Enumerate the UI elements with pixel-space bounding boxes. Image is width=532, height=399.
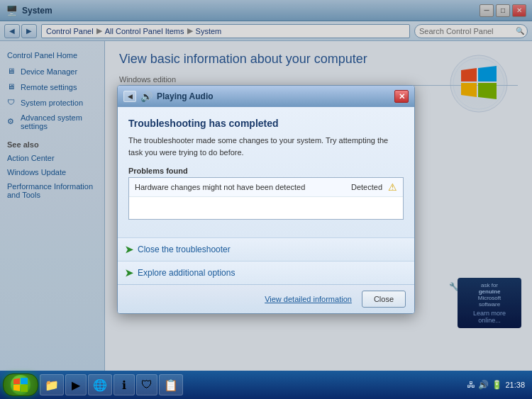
start-windows-icon — [13, 378, 28, 392]
view-detail-link[interactable]: View detailed information — [257, 291, 359, 308]
explore-arrow-icon: ➤ — [125, 267, 133, 279]
dialog-footer: View detailed information Close — [118, 284, 414, 313]
problems-found-label: Problems found — [128, 167, 404, 175]
dialog-heading: Troubleshooting has completed — [128, 118, 404, 129]
explore-options-link[interactable]: ➤ Explore additional options — [118, 261, 414, 284]
dialog-title-bar: ◀ 🔊 Playing Audio ✕ — [118, 86, 414, 107]
problem-text: Hardware changes might not have been det… — [135, 183, 351, 191]
taskbar-btn-clipboard[interactable]: 📋 — [159, 374, 183, 395]
close-troubleshooter-text: Close the troubleshooter — [138, 245, 231, 254]
dialog-close-x-button[interactable]: ✕ — [394, 90, 409, 103]
dialog-title-text: Playing Audio — [157, 91, 390, 101]
dialog-title-bar-left: ◀ 🔊 Playing Audio — [123, 91, 390, 102]
taskbar: 📁 ▶ 🌐 ℹ 🛡 📋 🖧 🔊 🔋 21:38 — [0, 371, 532, 399]
dialog-title-icon: 🔊 — [140, 91, 153, 102]
explore-options-text: Explore additional options — [138, 268, 235, 278]
taskbar-btn-explorer[interactable]: 📁 — [40, 374, 64, 395]
close-arrow-icon: ➤ — [125, 244, 133, 255]
start-orb — [11, 375, 31, 395]
problems-section: Problems found Hardware changes might no… — [128, 167, 404, 220]
taskbar-btn-player[interactable]: ▶ — [65, 374, 87, 395]
warning-icon: ⚠ — [388, 181, 397, 193]
tray-network-icon[interactable]: 🖧 — [467, 380, 475, 390]
system-clock[interactable]: 21:38 — [505, 381, 525, 389]
dialog-overlay: ◀ 🔊 Playing Audio ✕ Troubleshooting has … — [0, 0, 532, 371]
troubleshoot-dialog: ◀ 🔊 Playing Audio ✕ Troubleshooting has … — [117, 85, 415, 314]
taskbar-btn-security[interactable]: 🛡 — [136, 374, 157, 395]
problems-table: Hardware changes might not have been det… — [128, 177, 404, 220]
start-button[interactable] — [3, 373, 38, 396]
close-dialog-button[interactable]: Close — [362, 291, 406, 308]
dialog-description: The troubleshooter made some changes to … — [128, 135, 404, 158]
dialog-body: Troubleshooting has completed The troubl… — [118, 107, 414, 237]
tray-power-icon[interactable]: 🔋 — [492, 380, 502, 390]
problem-row: Hardware changes might not have been det… — [129, 178, 403, 197]
tray-volume-icon[interactable]: 🔊 — [478, 380, 489, 390]
close-troubleshooter-link[interactable]: ➤ Close the troubleshooter — [118, 237, 414, 261]
taskbar-btn-info[interactable]: ℹ — [113, 374, 135, 395]
dialog-back-button[interactable]: ◀ — [123, 91, 136, 102]
taskbar-btn-browser[interactable]: 🌐 — [88, 374, 112, 395]
system-tray: 🖧 🔊 🔋 21:38 — [467, 380, 529, 390]
problem-status: Detected — [351, 183, 382, 191]
